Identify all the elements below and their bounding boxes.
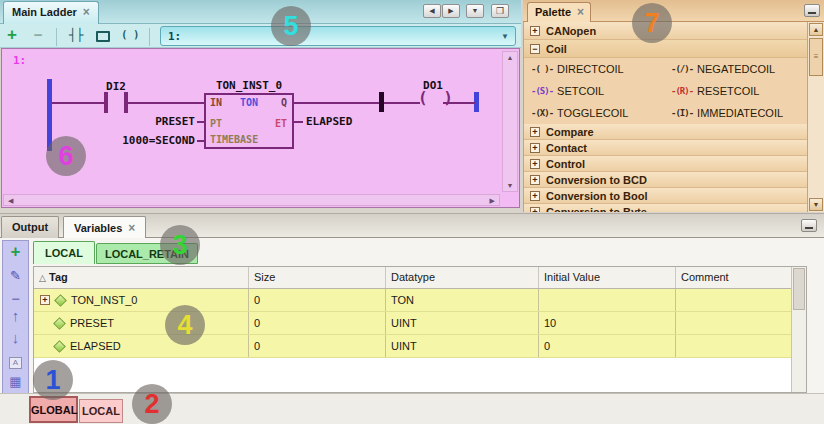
- bottom-tabbar: Output Variables×: [0, 214, 824, 238]
- export-table-button[interactable]: ▦: [3, 374, 28, 389]
- column-header-tag[interactable]: △ Tag: [34, 267, 249, 288]
- expand-icon[interactable]: +: [40, 295, 50, 305]
- palette-item-togglecoil[interactable]: -(X)- TOGGLECOIL: [531, 102, 628, 124]
- tab-main-ladder[interactable]: Main Ladder×: [3, 1, 99, 24]
- chevron-down-icon: ▼: [472, 7, 479, 14]
- tab-global[interactable]: GLOBAL: [29, 396, 78, 423]
- scroll-right-icon[interactable]: ▶: [490, 197, 495, 205]
- palette-section-conversion-bool[interactable]: + Conversion to Bool: [524, 188, 824, 204]
- sort-az-icon: A: [9, 357, 22, 369]
- close-icon[interactable]: ×: [83, 5, 90, 19]
- scroll-left-icon[interactable]: ◀: [8, 197, 13, 205]
- palette-section-conversion-byte[interactable]: + Conversion to Byte: [524, 204, 824, 212]
- column-header-size[interactable]: Size: [249, 267, 386, 288]
- palette-item-resetcoil[interactable]: -(R)- RESETCOIL: [671, 80, 759, 102]
- scroll-up-icon[interactable]: ▲: [809, 23, 823, 36]
- sort-button[interactable]: A: [3, 355, 28, 369]
- contact-symbol[interactable]: [104, 92, 108, 113]
- scrollbar-thumb[interactable]: ≡: [809, 38, 823, 76]
- nav-left-button[interactable]: ◀: [423, 4, 441, 18]
- ladder-tabbar: Main Ladder× ◀ ▶ ▼ ❐: [0, 0, 521, 24]
- tab-output-label: Output: [12, 221, 48, 233]
- expand-icon[interactable]: +: [530, 127, 540, 137]
- expand-icon[interactable]: +: [530, 143, 540, 153]
- close-icon[interactable]: ×: [128, 221, 135, 235]
- tab-variables[interactable]: Variables×: [63, 216, 146, 238]
- header-label: Size: [254, 271, 275, 283]
- section-label: Conversion to Bool: [546, 190, 647, 202]
- contact-symbol[interactable]: [124, 92, 128, 113]
- left-power-rail: [47, 79, 52, 151]
- palette-section-conversion-bcd[interactable]: + Conversion to BCD: [524, 172, 824, 188]
- annotation-circle-2: 2: [132, 384, 172, 424]
- expand-icon[interactable]: +: [530, 26, 540, 36]
- tab-palette[interactable]: Palette×: [527, 2, 591, 22]
- tab-local[interactable]: LOCAL: [33, 241, 95, 264]
- collapse-icon[interactable]: −: [530, 44, 540, 54]
- move-down-button[interactable]: ↓: [3, 329, 28, 346]
- expand-icon[interactable]: +: [530, 159, 540, 169]
- column-header-initial-value[interactable]: Initial Value: [539, 267, 676, 288]
- palette-section-compare[interactable]: + Compare: [524, 124, 824, 140]
- expand-icon[interactable]: +: [530, 175, 540, 185]
- tab-local-scope-label: LOCAL: [82, 405, 120, 417]
- tab-output[interactable]: Output: [1, 216, 59, 238]
- tab-local-scope[interactable]: LOCAL: [79, 399, 123, 423]
- palette-item-immediatecoil[interactable]: -(I)- IMMEDIATECOIL: [671, 102, 783, 124]
- insert-coil-button[interactable]: ( ): [118, 24, 142, 46]
- column-header-datatype[interactable]: Datatype: [386, 267, 539, 288]
- table-row[interactable]: PRESET 0 UINT 10: [34, 312, 806, 335]
- timebase-operand-label: 1000=SECOND: [102, 135, 195, 146]
- variable-icon: [53, 340, 66, 353]
- insert-block-button[interactable]: [91, 24, 115, 46]
- remove-rung-button[interactable]: −: [27, 24, 49, 46]
- insert-contact-button[interactable]: ┤├: [64, 24, 88, 46]
- table-row[interactable]: ELAPSED 0 UINT 0: [34, 335, 806, 358]
- edit-variable-button[interactable]: ✎: [3, 268, 28, 283]
- add-rung-button[interactable]: +: [0, 24, 24, 46]
- close-icon[interactable]: ×: [577, 5, 584, 19]
- palette-item-directcoil[interactable]: -( )- DIRECTCOIL: [531, 58, 624, 80]
- ladder-vertical-scrollbar[interactable]: ▲ ▼: [502, 51, 518, 192]
- section-label: Coil: [546, 43, 567, 55]
- expand-icon[interactable]: +: [530, 191, 540, 201]
- ton-function-block[interactable]: IN TON Q PT ET TIMEBASE: [204, 93, 294, 149]
- cell-initial-value: 10: [544, 317, 556, 329]
- scroll-down-icon[interactable]: ▼: [504, 182, 516, 189]
- scrollbar-thumb[interactable]: [793, 268, 805, 310]
- panel-minimize-button[interactable]: [801, 219, 817, 232]
- ladder-horizontal-scrollbar[interactable]: ◀ ▶: [3, 194, 500, 206]
- ladder-canvas[interactable]: 1: DI2 TON_INST_0 IN TON Q PT: [1, 48, 520, 208]
- palette-section-coil[interactable]: − Coil: [524, 40, 824, 58]
- palette-section-control[interactable]: + Control: [524, 156, 824, 172]
- add-variable-button[interactable]: +: [3, 242, 28, 262]
- remove-variable-button[interactable]: −: [3, 291, 28, 307]
- scroll-up-icon[interactable]: ▲: [504, 54, 516, 61]
- cell-size: 0: [254, 317, 260, 329]
- dropdown-button[interactable]: ▼: [466, 4, 484, 18]
- palette-section-canopen[interactable]: + CANopen: [524, 22, 824, 40]
- plus-icon: +: [11, 242, 21, 261]
- item-label: SETCOIL: [557, 85, 604, 97]
- palette-item-negatedcoil[interactable]: -(/)- NEGATEDCOIL: [671, 58, 775, 80]
- section-label: Control: [546, 158, 585, 170]
- move-up-button[interactable]: ↑: [3, 307, 28, 324]
- column-header-comment[interactable]: Comment: [676, 267, 793, 288]
- palette-section-contact[interactable]: + Contact: [524, 140, 824, 156]
- coil-icon: ( ): [418, 88, 456, 107]
- expand-icon[interactable]: +: [530, 207, 540, 213]
- table-scrollbar[interactable]: [791, 267, 806, 392]
- output-coil-symbol[interactable]: ( ): [418, 90, 456, 106]
- scroll-down-icon[interactable]: ▼: [809, 198, 823, 211]
- table-row[interactable]: +TON_INST_0 0 TON: [34, 289, 806, 312]
- palette-scrollbar[interactable]: ▲ ≡ ▼: [807, 22, 824, 212]
- palette-item-setcoil[interactable]: -(S)- SETCOIL: [531, 80, 604, 102]
- annotation-circle-1: 1: [33, 360, 73, 400]
- ide-window: Main Ladder× ◀ ▶ ▼ ❐ + − ┤├ ( ) ↷ × 1: ▼: [0, 0, 824, 424]
- rung-select-dropdown[interactable]: 1: ▼: [160, 26, 516, 46]
- nav-right-button[interactable]: ▶: [442, 4, 460, 18]
- palette-minimize-button[interactable]: [804, 4, 820, 17]
- minimize-icon: [808, 12, 816, 14]
- tab-local-label: LOCAL: [45, 247, 83, 259]
- restore-button[interactable]: ❐: [491, 4, 509, 18]
